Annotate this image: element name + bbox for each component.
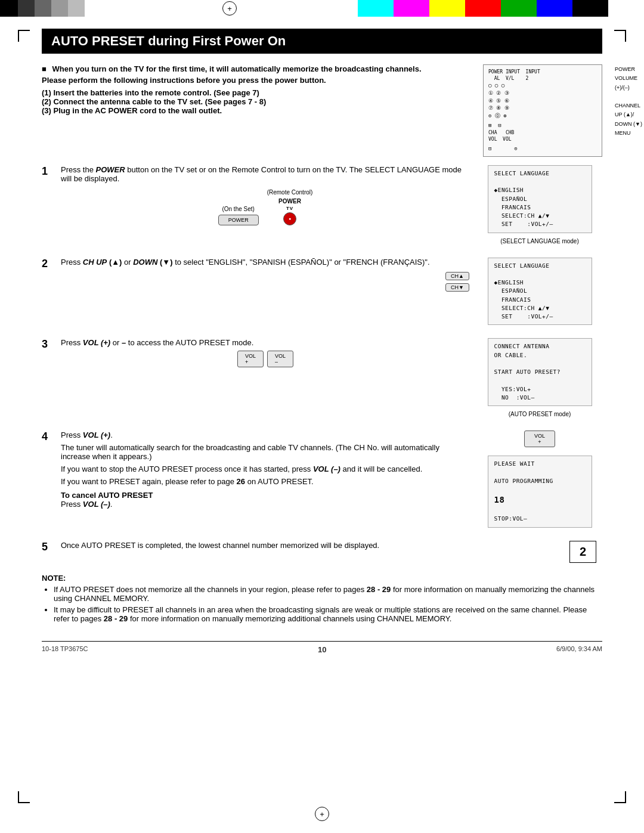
bullet-icon xyxy=(42,64,50,73)
bar-dark xyxy=(18,0,35,17)
label-channel: CHANNEL xyxy=(615,101,642,110)
step-5-text: Once AUTO PRESET is completed, the lowes… xyxy=(61,541,562,550)
step-1-text: Press the POWER button on the TV set or … xyxy=(61,165,470,183)
page-content: AUTO PRESET during First Power On When y… xyxy=(0,17,644,678)
ap4: START AUTO PRESET? xyxy=(494,368,586,376)
sl-blank xyxy=(494,178,586,186)
step-5-content: Once AUTO PRESET is completed, the lowes… xyxy=(61,541,562,553)
note-section: NOTE: If AUTO PRESET does not memorize a… xyxy=(42,574,602,623)
bar-cyan xyxy=(358,0,394,17)
bar-green xyxy=(501,0,537,17)
instruction3: (3) Plug in the AC POWER cord to the wal… xyxy=(42,106,471,115)
corner-mark-tl xyxy=(18,30,30,42)
sl-espanol: ESPAÑOL xyxy=(494,195,586,203)
step-4-page: 26 xyxy=(237,477,245,486)
label-vol-signs: (+)/(–) xyxy=(615,83,642,92)
step-5-row: 5 Once AUTO PRESET is completed, the low… xyxy=(42,541,602,563)
step-4-vol-cancel: VOL (–) xyxy=(83,500,110,509)
sl-title: SELECT LANGUAGE xyxy=(494,169,586,178)
remote-power-button: ● xyxy=(283,212,296,225)
note-1-pages: 28 - 29 xyxy=(367,585,391,594)
sl2-title: SELECT LANGUAGE xyxy=(494,262,586,270)
pw6 xyxy=(494,506,586,515)
step-4-vol: VOL (+) xyxy=(83,431,110,439)
intro-bullet: When you turn on the TV for the first ti… xyxy=(42,64,471,73)
ap6: YES:VOL+ xyxy=(494,385,586,394)
center-crosshair: + xyxy=(222,1,237,16)
sl2-select: SELECT:CH ▲/▼ xyxy=(494,304,586,312)
step-1-bold-power: POWER xyxy=(96,165,125,174)
page-number-box: 2 xyxy=(569,541,596,563)
page-title: AUTO PRESET during First Power On xyxy=(42,29,602,54)
tv-diagram: POWER INPUT INPUT AL V/L 2 ○ ○ ○ ① ② ③ ④… xyxy=(483,64,602,157)
label-power: POWER xyxy=(615,65,642,74)
bar-black1 xyxy=(0,0,18,17)
label-spacer xyxy=(615,92,642,101)
remote-power-label: POWER xyxy=(278,198,301,205)
vol-buttons-3: VOL+ VOL– xyxy=(61,351,470,367)
step-4-vol-minus: VOL (–) xyxy=(313,465,340,473)
step-2-content: Press CH UP (▲) or DOWN (▼) to select "E… xyxy=(61,258,470,292)
ap3 xyxy=(494,360,586,368)
step-3-screen: CONNECT ANTENNA OR CABLE. START AUTO PRE… xyxy=(477,338,602,417)
ap7: NO :VOL– xyxy=(494,394,586,402)
bar-black2 xyxy=(572,0,608,17)
tv-line10: VOL VOL xyxy=(488,136,597,143)
step-3-vol: VOL (+) xyxy=(83,338,110,347)
tv-line1: POWER INPUT INPUT xyxy=(488,69,597,75)
sl2-blank xyxy=(494,270,586,278)
ch-buttons: CH▲ CH▼ xyxy=(61,271,470,292)
step-2: 2 Press CH UP (▲) or DOWN (▼) to select … xyxy=(42,258,602,326)
pw1: PLEASE WAIT xyxy=(494,460,586,468)
step-4-cancel-text: Press VOL (–). xyxy=(61,500,470,509)
tv-line9: CHA CHB xyxy=(488,129,597,136)
bar-light xyxy=(68,0,85,17)
note-2-pages: 28 - 29 xyxy=(104,614,128,623)
step-4: 4 Press VOL (+). The tuner will automati… xyxy=(42,431,602,528)
pw3: AUTO PROGRAMMING xyxy=(494,477,586,485)
step-1: 1 Press the POWER button on the TV set o… xyxy=(42,165,602,244)
tv-box: POWER INPUT INPUT AL V/L 2 ○ ○ ○ ① ② ③ ④… xyxy=(483,64,602,157)
bar-white xyxy=(85,0,101,17)
screen-caption-3: (AUTO PRESET mode) xyxy=(509,411,571,417)
vol-minus-button: VOL– xyxy=(267,351,293,367)
step-1-diagrams: (On the Set) POWER (Remote Control) POWE… xyxy=(61,189,470,225)
step-3-text: Press VOL (+) or – to access the AUTO PR… xyxy=(61,338,470,347)
power-button-set: POWER xyxy=(218,215,259,225)
step-5: 5 Once AUTO PRESET is completed, the low… xyxy=(42,541,562,553)
note-2: It may be difficult to PRESET all channe… xyxy=(54,605,602,623)
step-number-3: 3 xyxy=(42,338,54,351)
step-2-ch-up: CH UP (▲) xyxy=(83,258,122,267)
screen-box-1: SELECT LANGUAGE ◆ENGLISH ESPAÑOL FRANCAI… xyxy=(488,165,592,233)
screen-caption-1: (SELECT LANGUAGE mode) xyxy=(500,238,579,244)
on-set-label: (On the Set) xyxy=(222,206,254,212)
screen-box-4: PLEASE WAIT AUTO PROGRAMMING 18 STOP:VOL… xyxy=(488,456,592,528)
step-3-minus: – xyxy=(122,338,126,347)
label-volume: VOLUME xyxy=(615,74,642,83)
sl-francais: FRANCAIS xyxy=(494,203,586,212)
step-4-detail3: If you want to PRESET again, please refe… xyxy=(61,477,470,486)
tv-right-labels: POWER VOLUME (+)/(–) CHANNEL UP (▲)/ DOW… xyxy=(615,65,642,138)
tv-line11: ⊡ ⊙ xyxy=(488,145,597,153)
step-4-cancel-label: To cancel AUTO PRESET xyxy=(61,491,470,500)
intro-bold: When you turn on the TV for the first ti… xyxy=(52,64,421,73)
corner-mark-tr xyxy=(614,30,626,42)
step-number-4: 4 xyxy=(42,431,54,443)
remote-diagram: (Remote Control) POWER TV ● xyxy=(267,189,313,225)
screen-box-3: CONNECT ANTENNA OR CABLE. START AUTO PRE… xyxy=(488,338,592,406)
ap1: CONNECT ANTENNA xyxy=(494,342,586,351)
note-1: If AUTO PRESET does not memorize all the… xyxy=(54,585,602,603)
footer-left: 10-18 TP3675C xyxy=(42,645,88,654)
screen-box-2: SELECT LANGUAGE ◆ENGLISH ESPAÑOL FRANCAI… xyxy=(488,258,592,326)
sl-english: ◆ENGLISH xyxy=(494,186,586,194)
footer-center: 10 xyxy=(318,645,326,654)
tv-line4: ① ② ③ xyxy=(488,89,597,97)
intro-section: When you turn on the TV for the first ti… xyxy=(42,64,602,157)
label-up: UP (▲)/ xyxy=(615,110,642,119)
step-1-screen: SELECT LANGUAGE ◆ENGLISH ESPAÑOL FRANCAI… xyxy=(477,165,602,244)
sl-set: SET :VOL+/– xyxy=(494,220,586,228)
tv-line5: ④ ⑤ ⑥ xyxy=(488,97,597,105)
tv-line6: ⑦ ⑧ ⑨ xyxy=(488,104,597,112)
pw2 xyxy=(494,468,586,476)
tv-line7: ⊙ ⓪ ⊕ xyxy=(488,112,597,120)
